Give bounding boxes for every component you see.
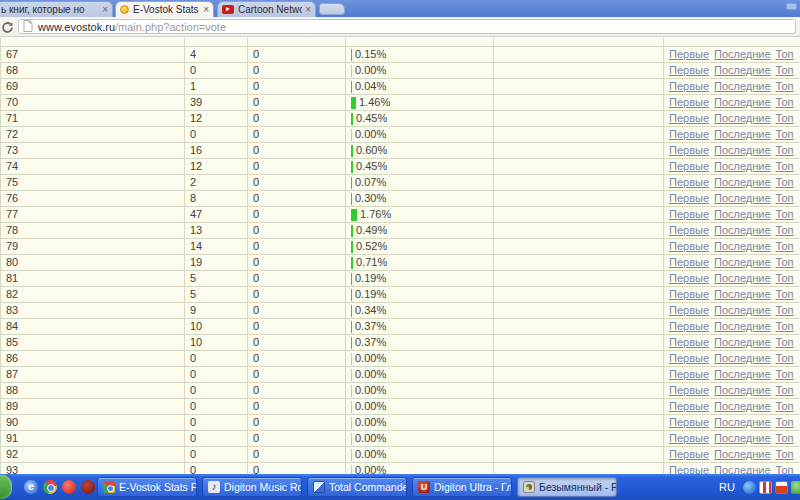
link-pervye[interactable]: Первые <box>669 112 709 124</box>
taskbar-button-tc[interactable]: Total Commander 7.5... <box>307 477 407 497</box>
link-poslednie[interactable]: Последние <box>714 48 771 60</box>
taskbar-button-chrome[interactable]: E-Vostok Stats Panel ... <box>97 477 197 497</box>
link-top[interactable]: Топ <box>776 112 794 124</box>
tab-close-icon[interactable]: × <box>203 5 209 15</box>
link-top[interactable]: Топ <box>776 272 794 284</box>
link-top[interactable]: Топ <box>776 48 794 60</box>
tray-app-icon[interactable] <box>759 481 772 494</box>
link-top[interactable]: Топ <box>776 256 794 268</box>
link-poslednie[interactable]: Последние <box>714 336 771 348</box>
tray-messenger-icon[interactable] <box>743 481 756 494</box>
link-top[interactable]: Топ <box>776 128 794 140</box>
link-poslednie[interactable]: Последние <box>714 208 771 220</box>
link-poslednie[interactable]: Последние <box>714 448 771 460</box>
tab-close-icon[interactable]: × <box>102 5 108 15</box>
link-pervye[interactable]: Первые <box>669 368 709 380</box>
link-top[interactable]: Топ <box>776 96 794 108</box>
link-top[interactable]: Топ <box>776 368 794 380</box>
start-button[interactable] <box>0 475 12 499</box>
link-pervye[interactable]: Первые <box>669 352 709 364</box>
link-poslednie[interactable]: Последние <box>714 400 771 412</box>
link-poslednie[interactable]: Последние <box>714 384 771 396</box>
language-indicator[interactable]: RU <box>719 481 735 493</box>
link-top[interactable]: Топ <box>776 384 794 396</box>
taskbar-button-music[interactable]: ♪Digiton Music Rotator <box>202 477 302 497</box>
link-top[interactable]: Топ <box>776 64 794 76</box>
link-poslednie[interactable]: Последние <box>714 464 771 474</box>
tab-evostok-stats[interactable]: E-Vostok Stats Panel × <box>115 1 214 17</box>
link-poslednie[interactable]: Последние <box>714 112 771 124</box>
link-pervye[interactable]: Первые <box>669 64 709 76</box>
link-poslednie[interactable]: Последние <box>714 272 771 284</box>
link-pervye[interactable]: Первые <box>669 208 709 220</box>
link-poslednie[interactable]: Последние <box>714 96 771 108</box>
quicklaunch-chrome-icon[interactable] <box>43 480 57 494</box>
link-poslednie[interactable]: Последние <box>714 240 771 252</box>
quicklaunch-opera-icon[interactable] <box>62 480 76 494</box>
link-pervye[interactable]: Первые <box>669 128 709 140</box>
link-top[interactable]: Топ <box>776 400 794 412</box>
link-pervye[interactable]: Первые <box>669 384 709 396</box>
link-top[interactable]: Топ <box>776 336 794 348</box>
new-tab-button[interactable] <box>319 3 345 15</box>
tab-books[interactable]: ь книг, которые но × <box>0 1 113 17</box>
link-poslednie[interactable]: Последние <box>714 64 771 76</box>
link-top[interactable]: Топ <box>776 288 794 300</box>
link-poslednie[interactable]: Последние <box>714 144 771 156</box>
link-poslednie[interactable]: Последние <box>714 416 771 428</box>
link-top[interactable]: Топ <box>776 320 794 332</box>
link-pervye[interactable]: Первые <box>669 48 709 60</box>
link-poslednie[interactable]: Последние <box>714 192 771 204</box>
link-pervye[interactable]: Первые <box>669 416 709 428</box>
taskbar-button-paint[interactable]: Безымянный - Paint <box>517 477 617 497</box>
link-poslednie[interactable]: Последние <box>714 304 771 316</box>
link-pervye[interactable]: Первые <box>669 288 709 300</box>
link-poslednie[interactable]: Последние <box>714 160 771 172</box>
link-pervye[interactable]: Первые <box>669 80 709 92</box>
link-poslednie[interactable]: Последние <box>714 352 771 364</box>
link-pervye[interactable]: Первые <box>669 224 709 236</box>
link-pervye[interactable]: Первые <box>669 144 709 156</box>
link-pervye[interactable]: Первые <box>669 432 709 444</box>
link-poslednie[interactable]: Последние <box>714 288 771 300</box>
link-pervye[interactable]: Первые <box>669 176 709 188</box>
quicklaunch-ie-icon[interactable]: e <box>24 480 38 494</box>
link-pervye[interactable]: Первые <box>669 256 709 268</box>
link-top[interactable]: Топ <box>776 352 794 364</box>
link-top[interactable]: Топ <box>776 144 794 156</box>
link-poslednie[interactable]: Последние <box>714 80 771 92</box>
link-poslednie[interactable]: Последние <box>714 128 771 140</box>
link-top[interactable]: Топ <box>776 192 794 204</box>
link-pervye[interactable]: Первые <box>669 96 709 108</box>
link-pervye[interactable]: Первые <box>669 464 709 474</box>
link-pervye[interactable]: Первые <box>669 320 709 332</box>
link-pervye[interactable]: Первые <box>669 272 709 284</box>
link-poslednie[interactable]: Последние <box>714 368 771 380</box>
link-pervye[interactable]: Первые <box>669 304 709 316</box>
link-poslednie[interactable]: Последние <box>714 256 771 268</box>
link-top[interactable]: Топ <box>776 224 794 236</box>
link-top[interactable]: Топ <box>776 416 794 428</box>
link-top[interactable]: Топ <box>776 448 794 460</box>
tab-youtube[interactable]: Cartoon Network Amazone - × <box>217 1 316 17</box>
link-pervye[interactable]: Первые <box>669 192 709 204</box>
link-pervye[interactable]: Первые <box>669 336 709 348</box>
tray-alert-icon[interactable] <box>775 481 788 494</box>
link-top[interactable]: Топ <box>776 176 794 188</box>
link-poslednie[interactable]: Последние <box>714 176 771 188</box>
quicklaunch-app-icon[interactable] <box>81 480 95 494</box>
reload-icon[interactable] <box>1 20 14 38</box>
window-minimize-button[interactable] <box>786 3 797 10</box>
link-top[interactable]: Топ <box>776 304 794 316</box>
link-top[interactable]: Топ <box>776 432 794 444</box>
link-pervye[interactable]: Первые <box>669 448 709 460</box>
link-pervye[interactable]: Первые <box>669 240 709 252</box>
address-bar[interactable]: www.evostok.ru/main.php?action=vote <box>18 19 796 34</box>
link-top[interactable]: Топ <box>776 80 794 92</box>
link-pervye[interactable]: Первые <box>669 160 709 172</box>
tray-status-icon[interactable] <box>791 481 800 494</box>
link-top[interactable]: Топ <box>776 208 794 220</box>
link-pervye[interactable]: Первые <box>669 400 709 412</box>
link-top[interactable]: Топ <box>776 160 794 172</box>
link-poslednie[interactable]: Последние <box>714 432 771 444</box>
